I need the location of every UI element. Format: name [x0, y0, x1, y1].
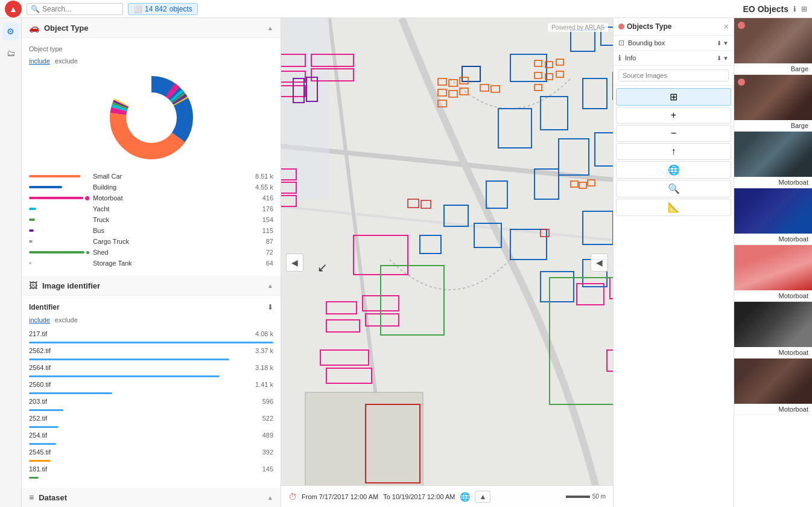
object-count-badge: ⬜ 14 842 objects	[128, 3, 198, 15]
thumbnail-dot-barge-2	[738, 78, 745, 86]
search-map-btn[interactable]: 🔍	[616, 180, 731, 197]
obj-row-cargotruck[interactable]: Cargo Truck 87	[29, 236, 273, 247]
dataset-collapse-icon[interactable]: ▲	[267, 494, 273, 501]
thumbnail-img-motorboat-1	[734, 132, 812, 177]
obj-count-smallcar: 8.51 k	[249, 173, 273, 180]
otp-info-eye-icon[interactable]: ▼	[723, 55, 729, 62]
map-collapse-left[interactable]: ◀	[286, 253, 303, 272]
id-row-203tif[interactable]: 203.tif 596	[29, 396, 273, 413]
thumbnail-motorboat-3[interactable]: Motorboat	[734, 245, 812, 302]
obj-row-truck[interactable]: Truck 154	[29, 214, 273, 225]
expand-icon[interactable]: ▲	[475, 491, 490, 503]
info-icon[interactable]: ℹ	[793, 5, 796, 13]
thumbnail-label-motorboat-4: Motorboat	[734, 347, 812, 358]
thumbnail-motorboat-5[interactable]: Motorboat	[734, 359, 812, 415]
obj-count-building: 4.55 k	[249, 183, 273, 191]
thumbnail-barge-2[interactable]: Barge	[734, 75, 812, 132]
scale-label: 50 m	[592, 493, 606, 500]
obj-row-storagetank[interactable]: Storage Tank 64	[29, 258, 273, 269]
identifier-include-btn[interactable]: include	[29, 316, 50, 324]
obj-name-bus: Bus	[93, 227, 246, 234]
identifier-label: Identifier	[29, 303, 60, 311]
source-images-input-container	[614, 66, 734, 86]
north-btn[interactable]: ↑	[616, 143, 731, 160]
download-icon[interactable]: ⬇	[267, 303, 273, 311]
svg-rect-12	[281, 18, 329, 199]
object-type-label: Object type	[29, 45, 273, 53]
thumbnail-motorboat-1[interactable]: Motorboat	[734, 132, 812, 188]
otp-download-icon[interactable]: ⬇	[717, 40, 722, 46]
globe-btn[interactable]: 🌐	[616, 161, 731, 179]
id-name-2560tif: 2560.tif	[29, 381, 246, 388]
layers-btn[interactable]: ⊞	[616, 88, 731, 106]
thumbnail-label-barge-2: Barge	[734, 120, 812, 131]
nav-filter-icon[interactable]: ⚙	[2, 23, 19, 40]
time-from: From 7/17/2017 12:00 AM	[302, 493, 378, 500]
id-bar-252tif	[29, 426, 59, 428]
id-count-2562tif: 3.37 k	[246, 347, 273, 354]
obj-row-shed[interactable]: Shed 72	[29, 247, 273, 258]
object-type-title: Object Type	[44, 24, 262, 33]
identifier-include-exclude: include exclude	[29, 316, 273, 324]
obj-row-motorboat[interactable]: Motorboat 416	[29, 193, 273, 203]
nav-layer-icon[interactable]: 🗂	[2, 45, 19, 62]
id-row-2560tif[interactable]: 2560.tif 1.41 k	[29, 379, 273, 396]
obj-row-smallcar[interactable]: Small Car 8.51 k	[29, 171, 273, 182]
obj-name-truck: Truck	[93, 216, 246, 223]
obj-count-truck: 154	[249, 216, 273, 223]
id-bar-2560tif	[29, 392, 112, 394]
source-images-input[interactable]	[618, 69, 729, 81]
id-bar-2562tif	[29, 359, 229, 360]
obj-row-building[interactable]: Building 4.55 k	[29, 182, 273, 193]
identifier-exclude-btn[interactable]: exclude	[55, 316, 78, 324]
search-bar[interactable]: 🔍	[27, 3, 123, 15]
id-count-217tif: 4.08 k	[246, 330, 273, 337]
map-container[interactable]: ↙ Powered by ARLAS ◀ ◀ ⏱ From 7/17/2017 …	[281, 18, 613, 507]
dataset-header[interactable]: ≡ Dataset ▲	[22, 488, 281, 507]
id-row-181tif[interactable]: 181.tif 145	[29, 464, 273, 480]
object-type-collapse-icon[interactable]: ▲	[267, 25, 273, 31]
exclude-btn[interactable]: exclude	[55, 57, 78, 65]
id-row-2562tif[interactable]: 2562.tif 3.37 k	[29, 345, 273, 362]
zoom-in-btn[interactable]: +	[616, 107, 731, 124]
otp-close-btn[interactable]: ×	[724, 22, 729, 31]
thumbnail-img-barge-2	[734, 75, 812, 120]
search-input[interactable]	[42, 5, 115, 13]
object-type-header[interactable]: 🚗 Object Type ▲	[22, 18, 281, 38]
measure-btn[interactable]: 📐	[616, 199, 731, 216]
include-btn[interactable]: include	[29, 57, 50, 65]
count-unit: objects	[170, 5, 192, 13]
map-collapse-right[interactable]: ◀	[591, 253, 608, 272]
time-icon: ⏱	[288, 492, 297, 502]
obj-bar-smallcar	[29, 175, 89, 177]
main-container: ⚙ 🗂 🚗 Object Type ▲ Object type include …	[0, 18, 812, 507]
otp-info-row: ℹ Info ⬇ ▼	[614, 51, 734, 66]
thumbnail-barge-1[interactable]: Barge	[734, 18, 812, 75]
app-title: EO Objects	[743, 4, 788, 14]
zoom-out-btn[interactable]: −	[616, 125, 731, 142]
id-count-252tif: 522	[246, 415, 273, 422]
otp-eye-icon[interactable]: ▼	[723, 40, 729, 46]
globe-icon[interactable]: 🌐	[460, 492, 470, 502]
image-identifier-header[interactable]: 🖼 Image identifier ▲	[22, 276, 281, 296]
obj-row-bus[interactable]: Bus 115	[29, 225, 273, 236]
app-logo[interactable]: ▲	[5, 1, 22, 18]
id-row-2545tif[interactable]: 2545.tif 392	[29, 447, 273, 464]
id-row-254tif[interactable]: 254.tif 489	[29, 430, 273, 447]
image-identifier-collapse-icon[interactable]: ▲	[267, 282, 273, 289]
otp-info-download-icon[interactable]: ⬇	[717, 55, 722, 62]
thumbnail-motorboat-4[interactable]: Motorboat	[734, 302, 812, 359]
grid-icon[interactable]: ⊞	[801, 5, 807, 13]
obj-count-yacht: 176	[249, 205, 273, 212]
id-count-181tif: 145	[246, 465, 273, 473]
scale-bar: 50 m	[566, 493, 606, 500]
id-name-2562tif: 2562.tif	[29, 347, 246, 354]
id-name-252tif: 252.tif	[29, 415, 246, 422]
id-row-252tif[interactable]: 252.tif 522	[29, 413, 273, 430]
thumbnail-dot-barge-1	[738, 22, 745, 29]
id-row-2564tif[interactable]: 2564.tif 3.18 k	[29, 362, 273, 379]
object-type-section: Object type include exclude	[22, 38, 281, 276]
obj-row-yacht[interactable]: Yacht 176	[29, 203, 273, 214]
id-row-217tif[interactable]: 217.tif 4.08 k	[29, 328, 273, 345]
thumbnail-motorboat-2[interactable]: Motorboat	[734, 188, 812, 245]
